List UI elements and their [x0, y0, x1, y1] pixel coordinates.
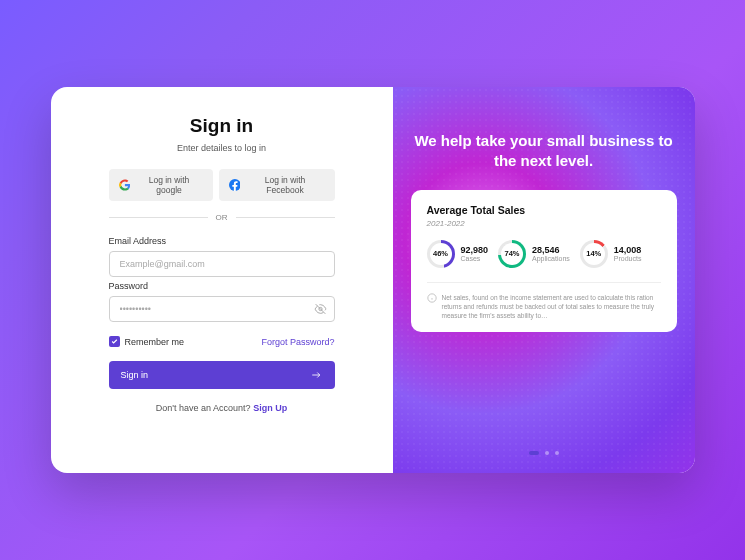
carousel-dot-1[interactable]	[529, 451, 539, 455]
carousel-dots	[411, 451, 677, 455]
facebook-login-button[interactable]: Log in with Fecebook	[219, 169, 335, 201]
stats-note: Net sales, found on the income statement…	[442, 293, 661, 320]
remember-me-checkbox[interactable]: Remember me	[109, 336, 185, 347]
divider: OR	[109, 213, 335, 222]
arrow-right-icon	[309, 370, 323, 380]
google-login-label: Log in with google	[135, 175, 202, 195]
stats-period: 2021-2022	[427, 219, 661, 228]
carousel-dot-2[interactable]	[545, 451, 549, 455]
password-field[interactable]	[109, 296, 335, 322]
signin-panel: Sign in Enter detailes to log in Log in …	[51, 87, 393, 473]
facebook-icon	[229, 179, 241, 191]
eye-off-icon[interactable]	[314, 303, 327, 316]
stats-card: Average Total Sales 2021-2022 46%92,980C…	[411, 190, 677, 332]
carousel-dot-3[interactable]	[555, 451, 559, 455]
signup-prompt: Don't have an Account? Sign Up	[109, 403, 335, 413]
facebook-login-label: Log in with Fecebook	[245, 175, 324, 195]
stats-title: Average Total Sales	[427, 204, 661, 216]
remember-me-label: Remember me	[125, 337, 185, 347]
signin-button[interactable]: Sign in	[109, 361, 335, 389]
progress-ring: 46%	[427, 240, 455, 268]
stat-item: 14%14,008Products	[580, 240, 642, 268]
page-title: Sign in	[109, 115, 335, 137]
stat-label: Applications	[532, 255, 570, 262]
progress-ring: 74%	[498, 240, 526, 268]
info-icon	[427, 293, 437, 303]
password-label: Password	[109, 281, 335, 291]
stat-value: 92,980	[461, 245, 489, 255]
stat-item: 46%92,980Cases	[427, 240, 489, 268]
promo-panel: We help take your small business to the …	[393, 87, 695, 473]
stat-value: 14,008	[614, 245, 642, 255]
progress-ring: 14%	[580, 240, 608, 268]
forgot-password-link[interactable]: Forgot Password?	[261, 337, 334, 347]
stat-item: 74%28,546Applications	[498, 240, 570, 268]
stat-label: Products	[614, 255, 642, 262]
google-icon	[119, 179, 131, 191]
email-field[interactable]	[109, 251, 335, 277]
stat-value: 28,546	[532, 245, 570, 255]
email-label: Email Address	[109, 236, 335, 246]
divider-text: OR	[216, 213, 228, 222]
stat-label: Cases	[461, 255, 489, 262]
signup-link[interactable]: Sign Up	[253, 403, 287, 413]
checkbox-icon	[109, 336, 120, 347]
signin-button-label: Sign in	[121, 370, 149, 380]
hero-text: We help take your small business to the …	[411, 131, 677, 172]
google-login-button[interactable]: Log in with google	[109, 169, 213, 201]
page-subtitle: Enter detailes to log in	[109, 143, 335, 153]
